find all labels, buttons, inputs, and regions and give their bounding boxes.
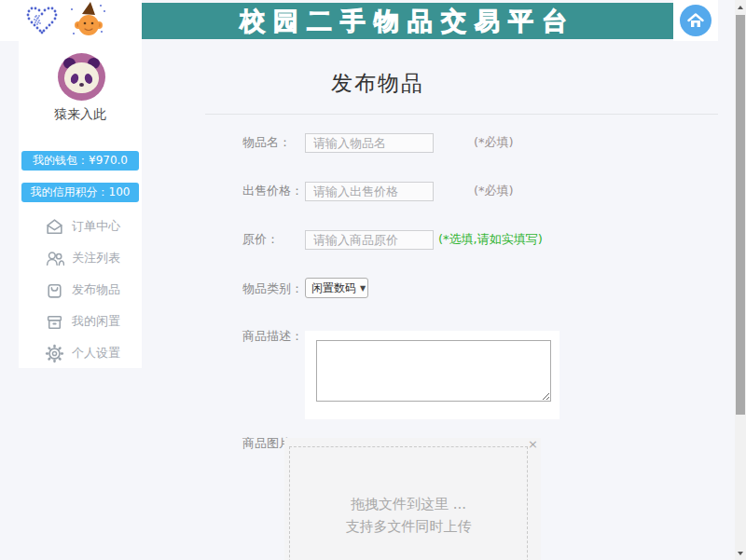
- avatar-eye: [83, 73, 93, 85]
- panda-avatar: [58, 53, 105, 101]
- sidebar-item-label: 我的闲置: [72, 313, 120, 330]
- scrollbar-thumb[interactable]: [736, 15, 745, 415]
- scroll-down-button[interactable]: [735, 546, 746, 560]
- avatar-eye: [69, 73, 79, 85]
- sidebar-item-my-idle[interactable]: 我的闲置: [19, 306, 142, 337]
- sidebar-item-label: 发布物品: [72, 281, 120, 298]
- description-label: 商品描述：: [242, 326, 303, 347]
- dropzone-text-line2: 支持多文件同时上传: [290, 518, 527, 536]
- sidebar-item-follow-list[interactable]: 关注列表: [19, 242, 142, 274]
- credit-score-button[interactable]: 我的信用积分：100: [21, 183, 139, 202]
- scroll-up-icon: [738, 6, 743, 9]
- dropzone-text-line1: 拖拽文件到这里 ...: [290, 496, 527, 513]
- sidebar-menu: 订单中心 关注列表 发布物品 我的闲置: [19, 211, 142, 369]
- item-name-input[interactable]: [305, 133, 434, 153]
- scroll-up-button[interactable]: [735, 0, 746, 14]
- avatar-nose: [79, 83, 84, 87]
- page-title: 发布物品: [205, 69, 550, 98]
- sidebar-item-label: 个人设置: [72, 345, 120, 362]
- site-title: 校园二手物品交易平台: [240, 3, 575, 39]
- category-selected-value: 闲置数码: [311, 280, 356, 296]
- chevron-down-icon: ▼: [360, 284, 366, 293]
- users-icon: [45, 249, 64, 268]
- original-price-label: 原价：: [242, 229, 279, 250]
- home-button[interactable]: [680, 5, 711, 36]
- archive-box-icon: [45, 312, 64, 332]
- title-divider: [205, 114, 718, 115]
- page: 校园二手物品交易平台 猿来入此 我的钱包：¥970.0 我的: [0, 0, 746, 560]
- gear-icon: [45, 344, 64, 363]
- sidebar: 猿来入此 我的钱包：¥970.0 我的信用积分：100 订单中心 关注列表: [19, 41, 142, 368]
- image-upload-panel: × 拖拽文件到这里 ... 支持多文件同时上传: [284, 438, 541, 560]
- sell-price-label: 出售价格：: [242, 181, 303, 201]
- username: 猿来入此: [19, 106, 142, 123]
- avatar-face: [64, 62, 99, 93]
- original-price-input[interactable]: [305, 230, 434, 250]
- file-dropzone[interactable]: 拖拽文件到这里 ... 支持多文件同时上传: [289, 446, 528, 560]
- category-select[interactable]: 闲置数码 ▼: [305, 278, 368, 298]
- vertical-scrollbar[interactable]: [735, 0, 746, 560]
- sidebar-item-orders[interactable]: 订单中心: [19, 211, 142, 242]
- header-bar: 校园二手物品交易平台: [142, 3, 673, 39]
- description-panel: [305, 331, 560, 419]
- home-area: [673, 0, 718, 41]
- scroll-down-icon: [738, 552, 743, 555]
- home-icon: [687, 13, 704, 28]
- monkey-icon: [69, 2, 108, 39]
- sidebar-item-label: 关注列表: [72, 250, 120, 266]
- required-hint: (*必填): [474, 181, 514, 201]
- required-hint: (*必填): [474, 132, 514, 153]
- mail-open-icon: [45, 217, 64, 237]
- logo-area: [0, 0, 142, 41]
- sidebar-item-settings[interactable]: 个人设置: [19, 337, 142, 369]
- dotted-heart-icon: [24, 6, 62, 37]
- optional-hint: (*选填,请如实填写): [438, 229, 543, 250]
- sell-price-input[interactable]: [305, 182, 434, 201]
- sidebar-item-publish[interactable]: 发布物品: [19, 274, 142, 306]
- bag-icon: [45, 280, 64, 300]
- description-textarea[interactable]: [316, 340, 551, 402]
- item-name-label: 物品名：: [242, 132, 291, 153]
- sidebar-item-label: 订单中心: [72, 218, 120, 235]
- close-icon[interactable]: ×: [528, 438, 538, 451]
- category-label: 物品类别：: [242, 279, 303, 299]
- wallet-button[interactable]: 我的钱包：¥970.0: [21, 151, 139, 171]
